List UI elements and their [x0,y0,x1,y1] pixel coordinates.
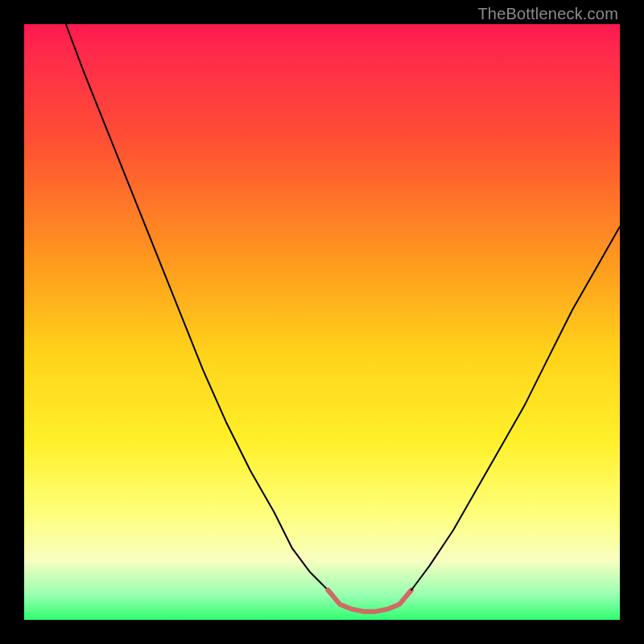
series-trough [328,590,411,612]
series-left-descent [66,24,328,590]
chart-series-group [66,24,620,612]
chart-stage: TheBottleneck.com [0,0,644,644]
plot-area [24,24,620,620]
curve-layer [24,24,620,620]
series-right-ascent [411,227,620,590]
watermark-text: TheBottleneck.com [477,5,618,23]
